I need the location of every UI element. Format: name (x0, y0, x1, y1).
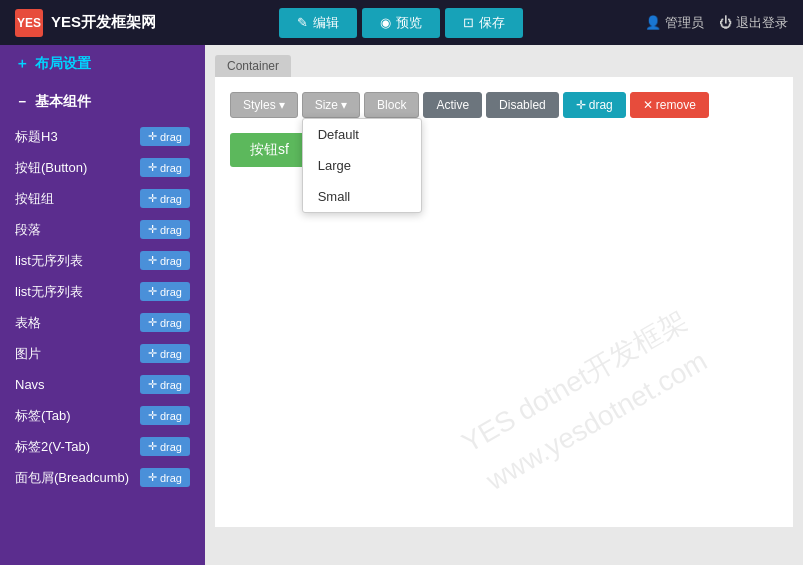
sidebar-item-button[interactable]: 按钮(Button) ✛ drag (0, 152, 205, 183)
drag-btn-image[interactable]: ✛ drag (140, 344, 190, 363)
sidebar-label-button: 按钮(Button) (15, 159, 87, 177)
chevron-down-icon: ▾ (341, 98, 347, 112)
size-option-default[interactable]: Default (303, 119, 421, 150)
layout-section-title: ＋ 布局设置 (0, 45, 205, 83)
chevron-down-icon: ▾ (279, 98, 285, 112)
sidebar-item-h3[interactable]: 标题H3 ✛ drag (0, 121, 205, 152)
styles-button[interactable]: Styles ▾ (230, 92, 298, 118)
sidebar-label-breadcrumb: 面包屑(Breadcumb) (15, 469, 129, 487)
logo-icon: YES (15, 9, 43, 37)
size-dropdown-menu: Default Large Small (302, 118, 422, 213)
sidebar-item-table[interactable]: 表格 ✛ drag (0, 307, 205, 338)
drag-btn-breadcrumb[interactable]: ✛ drag (140, 468, 190, 487)
minus-icon: － (15, 93, 29, 111)
sidebar-item-btngroup[interactable]: 按钮组 ✛ drag (0, 183, 205, 214)
sample-button[interactable]: 按钮sf (230, 133, 309, 167)
toolbar-drag-button[interactable]: ✛ drag (563, 92, 626, 118)
sidebar-label-table: 表格 (15, 314, 41, 332)
block-button[interactable]: Block (364, 92, 419, 118)
sidebar-item-vtab[interactable]: 标签2(V-Tab) ✛ drag (0, 431, 205, 462)
sidebar-label-vtab: 标签2(V-Tab) (15, 438, 90, 456)
disabled-button[interactable]: Disabled (486, 92, 559, 118)
logout-button[interactable]: ⏻ 退出登录 (719, 14, 788, 32)
sidebar-label-image: 图片 (15, 345, 41, 363)
edit-icon: ✎ (297, 15, 308, 30)
components-section-title: － 基本组件 (0, 83, 205, 121)
sidebar-item-list1[interactable]: list无序列表 ✛ drag (0, 245, 205, 276)
sidebar-label-navs: Navs (15, 377, 45, 392)
content-area: Container Styles ▾ Size ▾ Default (205, 45, 803, 565)
main-layout: ＋ 布局设置 － 基本组件 标题H3 ✛ drag 按钮(Button) ✛ d… (0, 45, 803, 565)
save-button[interactable]: ⊡ 保存 (445, 8, 523, 38)
sidebar-item-image[interactable]: 图片 ✛ drag (0, 338, 205, 369)
sidebar-label-h3: 标题H3 (15, 128, 58, 146)
sidebar-item-breadcrumb[interactable]: 面包屑(Breadcumb) ✛ drag (0, 462, 205, 493)
size-dropdown-container[interactable]: Size ▾ Default Large Small (302, 92, 360, 118)
header: YES YES开发框架网 ✎ 编辑 ◉ 预览 ⊡ 保存 👤 管理员 ⏻ 退出登录 (0, 0, 803, 45)
drag-btn-h3[interactable]: ✛ drag (140, 127, 190, 146)
logo-text: YES开发框架网 (51, 13, 156, 32)
styles-dropdown-container: Styles ▾ (230, 92, 298, 118)
watermark: YES dotnet开发框架 www.yesdotnet.com (454, 300, 718, 504)
save-icon: ⊡ (463, 15, 474, 30)
sidebar: ＋ 布局设置 － 基本组件 标题H3 ✛ drag 按钮(Button) ✛ d… (0, 45, 205, 565)
eye-icon: ◉ (380, 15, 391, 30)
sidebar-label-tab: 标签(Tab) (15, 407, 71, 425)
sidebar-item-tab[interactable]: 标签(Tab) ✛ drag (0, 400, 205, 431)
header-nav: ✎ 编辑 ◉ 预览 ⊡ 保存 (279, 8, 523, 38)
edit-button[interactable]: ✎ 编辑 (279, 8, 357, 38)
size-option-large[interactable]: Large (303, 150, 421, 181)
header-right: 👤 管理员 ⏻ 退出登录 (645, 14, 788, 32)
drag-btn-table[interactable]: ✛ drag (140, 313, 190, 332)
canvas: Styles ▾ Size ▾ Default Large Small (215, 77, 793, 527)
drag-btn-list2[interactable]: ✛ drag (140, 282, 190, 301)
sidebar-item-list2[interactable]: list无序列表 ✛ drag (0, 276, 205, 307)
admin-user[interactable]: 👤 管理员 (645, 14, 704, 32)
sidebar-item-paragraph[interactable]: 段落 ✛ drag (0, 214, 205, 245)
active-button[interactable]: Active (423, 92, 482, 118)
plus-icon: ＋ (15, 55, 29, 73)
size-option-small[interactable]: Small (303, 181, 421, 212)
sidebar-label-list1: list无序列表 (15, 252, 83, 270)
drag-btn-paragraph[interactable]: ✛ drag (140, 220, 190, 239)
toolbar-remove-button[interactable]: ✕ remove (630, 92, 709, 118)
drag-btn-navs[interactable]: ✛ drag (140, 375, 190, 394)
sidebar-item-navs[interactable]: Navs ✛ drag (0, 369, 205, 400)
container-tab: Container (215, 55, 291, 77)
user-icon: 👤 (645, 15, 661, 30)
size-button[interactable]: Size ▾ (302, 92, 360, 118)
preview-button[interactable]: ◉ 预览 (362, 8, 440, 38)
logo-area: YES YES开发框架网 (15, 9, 156, 37)
sidebar-label-btngroup: 按钮组 (15, 190, 54, 208)
drag-btn-vtab[interactable]: ✛ drag (140, 437, 190, 456)
drag-btn-list1[interactable]: ✛ drag (140, 251, 190, 270)
toolbar: Styles ▾ Size ▾ Default Large Small (230, 92, 778, 118)
drag-icon: ✛ (576, 98, 586, 112)
drag-btn-button[interactable]: ✛ drag (140, 158, 190, 177)
sidebar-label-paragraph: 段落 (15, 221, 41, 239)
sidebar-label-list2: list无序列表 (15, 283, 83, 301)
drag-btn-btngroup[interactable]: ✛ drag (140, 189, 190, 208)
logout-icon: ⏻ (719, 15, 732, 30)
times-icon: ✕ (643, 98, 653, 112)
drag-btn-tab[interactable]: ✛ drag (140, 406, 190, 425)
